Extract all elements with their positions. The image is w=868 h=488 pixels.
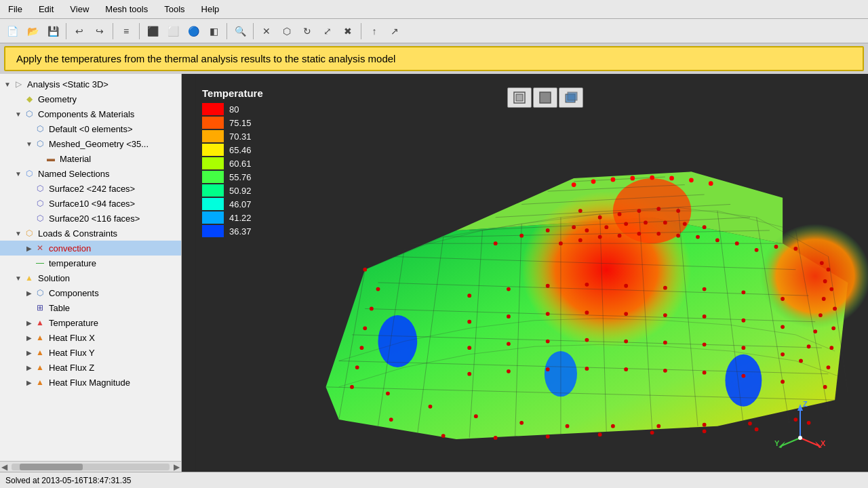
svg-text:Z: Z (803, 400, 808, 408)
tree-item-analysis[interactable]: ▼▷Analysis <Static 3D> (0, 77, 181, 92)
toolbar-list[interactable]: ≡ (117, 22, 136, 41)
tree-item-heatflux-mag[interactable]: ▶▲Heat Flux Magnitude (0, 375, 181, 390)
legend-row-7: 46.07 (202, 198, 263, 210)
menu-file[interactable]: File (0, 1, 31, 17)
expand-btn-temp-result[interactable]: ▶ (24, 318, 34, 327)
expand-btn-meshed[interactable]: ▼ (24, 139, 34, 148)
tree-item-table[interactable]: ⊞Table (0, 300, 181, 315)
svg-point-99 (389, 418, 393, 422)
tree-item-convection[interactable]: ▶✕convection (0, 241, 181, 256)
expand-btn-heatflux-x[interactable]: ▶ (24, 333, 34, 342)
main-area: ▼▷Analysis <Static 3D>◆Geometry▼⬡Compone… (0, 74, 868, 472)
svg-point-124 (741, 319, 745, 323)
svg-point-67 (676, 209, 680, 213)
geometry-icon: ◆ (23, 93, 35, 105)
heatflux-icon: ▲ (34, 346, 46, 359)
legend-value-3: 65.46 (229, 145, 252, 155)
svg-marker-182 (797, 404, 803, 411)
expand-btn-heatflux-mag[interactable]: ▶ (24, 378, 34, 387)
view-isometric-btn[interactable] (507, 87, 532, 108)
toolbar-box-sel[interactable]: ⬡ (277, 22, 296, 41)
expand-btn-convection[interactable]: ▶ (24, 243, 34, 253)
svg-point-134 (781, 352, 785, 357)
expand-btn-loads[interactable]: ▼ (14, 228, 23, 238)
tree-item-components[interactable]: ▶⬡Components (0, 285, 181, 300)
svg-point-83 (715, 238, 719, 242)
toolbar-undo[interactable]: ↩ (70, 22, 89, 41)
toolbar-scale[interactable]: ⤢ (318, 22, 337, 41)
toolbar-search[interactable]: 🔍 (231, 22, 250, 41)
tree-container[interactable]: ▼▷Analysis <Static 3D>◆Geometry▼⬡Compone… (0, 74, 181, 461)
expand-btn-components[interactable]: ▶ (24, 288, 34, 298)
legend-swatch-2 (202, 130, 224, 142)
menu-view[interactable]: View (62, 1, 97, 17)
tree-item-surface10[interactable]: ⬡Surface10 <94 faces> (0, 196, 181, 211)
toolbar-arrow[interactable]: ↑ (365, 22, 384, 41)
svg-point-97 (827, 365, 831, 369)
tree-label-temperature: temperature (49, 258, 96, 268)
tree-item-named-selections[interactable]: ▼⬡Named Selections (0, 166, 181, 181)
expand-btn-named-selections[interactable]: ▼ (14, 169, 23, 178)
expand-btn-comp-materials[interactable]: ▼ (14, 109, 23, 119)
toolbar-clear[interactable]: ✖ (338, 22, 357, 41)
menu-edit[interactable]: Edit (31, 1, 62, 17)
tree-item-solution[interactable]: ▼▲Solution (0, 270, 181, 285)
tree-item-loads[interactable]: ▼⬡Loads & Constraints (0, 226, 181, 241)
legend-swatch-5 (202, 171, 224, 183)
heatflux-icon: ▲ (34, 331, 46, 344)
svg-text:Y: Y (774, 439, 780, 447)
toolbar-orient[interactable]: ◧ (204, 22, 223, 41)
toolbar-wire[interactable]: ⬜ (163, 22, 182, 41)
svg-point-131 (663, 341, 667, 345)
scroll-right-btn[interactable]: ▶ (172, 462, 181, 472)
expand-btn-heatflux-y[interactable]: ▶ (24, 348, 34, 357)
toolbar-save[interactable]: 💾 (43, 22, 62, 41)
mesh-viewport[interactable] (182, 74, 868, 472)
tree-hscroll-thumb[interactable] (20, 464, 83, 470)
tree-label-default: Default <0 elements> (49, 124, 133, 134)
svg-point-71 (644, 221, 648, 225)
svg-point-8 (725, 354, 762, 407)
tree-item-default[interactable]: ⬡Default <0 elements> (0, 121, 181, 136)
tree-label-material: Material (60, 154, 91, 164)
expand-btn-heatflux-z[interactable]: ▶ (24, 363, 34, 372)
svg-point-68 (585, 228, 589, 232)
tree-item-temp-result[interactable]: ▶▲Temperature (0, 315, 181, 330)
svg-point-128 (546, 340, 550, 344)
toolbar-arrow2[interactable]: ↗ (385, 22, 404, 41)
svg-point-121 (624, 312, 628, 316)
tree-item-heatflux-y[interactable]: ▶▲Heat Flux Y (0, 345, 181, 360)
view-front-btn[interactable] (533, 87, 557, 108)
scroll-left-btn[interactable]: ◀ (0, 462, 9, 472)
menu-tools[interactable]: Tools (156, 1, 193, 17)
tree-item-material[interactable]: ▬Material (0, 151, 181, 166)
svg-point-132 (703, 342, 707, 346)
tree-item-heatflux-x[interactable]: ▶▲Heat Flux X (0, 330, 181, 345)
expand-btn-solution[interactable]: ▼ (14, 273, 23, 283)
toolbar-3d[interactable]: ⬛ (143, 22, 162, 41)
toolbar-redo[interactable]: ↪ (90, 22, 109, 41)
toolbar-select-x[interactable]: ✕ (257, 22, 276, 41)
svg-point-111 (585, 283, 589, 287)
tree-item-meshed[interactable]: ▼⬡Meshed_Geometry <35... (0, 136, 181, 151)
toolbar-open[interactable]: 📂 (23, 22, 42, 41)
tree-item-surface20[interactable]: ⬡Surface20 <116 faces> (0, 211, 181, 226)
tree-item-surface2[interactable]: ⬡Surface2 <242 faces> (0, 181, 181, 196)
expand-btn-analysis[interactable]: ▼ (3, 79, 12, 89)
svg-point-108 (467, 293, 471, 298)
tree-item-temperature[interactable]: —temperature (0, 256, 181, 270)
tree-item-comp-materials[interactable]: ▼⬡Components & Materials (0, 106, 181, 121)
tree-item-heatflux-z[interactable]: ▶▲Heat Flux Z (0, 360, 181, 375)
toolbar-rotate[interactable]: ↻ (298, 22, 317, 41)
menu-help[interactable]: Help (193, 1, 228, 17)
svg-point-190 (798, 436, 802, 440)
toolbar-shaded[interactable]: 🔵 (184, 22, 203, 41)
toolbar-new[interactable]: 📄 (3, 22, 22, 41)
tree-hscroll[interactable]: ◀ ▶ (0, 461, 181, 472)
menu-mesh-tools[interactable]: Mesh tools (97, 1, 156, 17)
right-panel[interactable]: Temperature 8075.1570.3165.4660.6155.765… (182, 74, 868, 472)
view-3d-btn[interactable] (559, 87, 583, 108)
tree-hscroll-track[interactable] (12, 464, 170, 470)
tree-item-geometry[interactable]: ◆Geometry (0, 92, 181, 106)
svg-point-152 (823, 279, 827, 283)
